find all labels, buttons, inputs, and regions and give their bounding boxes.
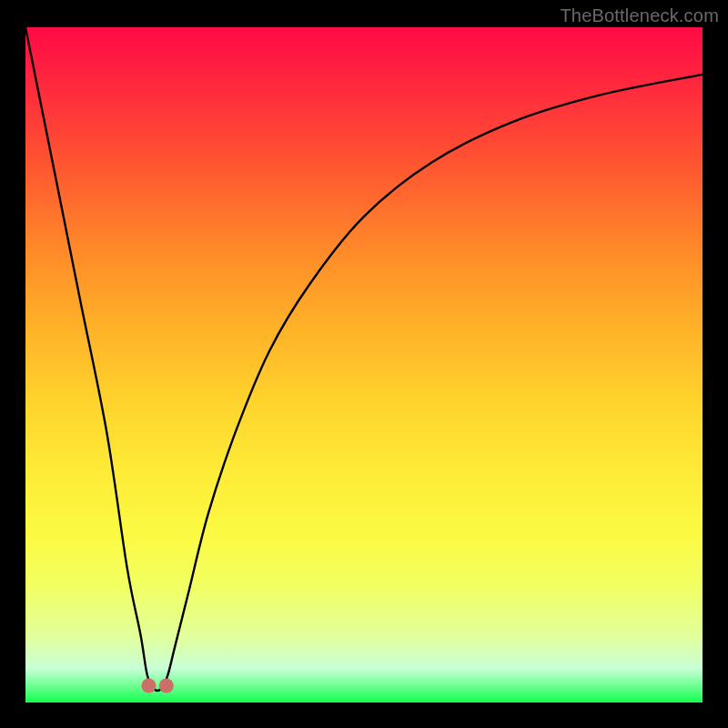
chart-frame: TheBottleneck.com bbox=[0, 0, 728, 728]
curve-min-marker bbox=[159, 679, 174, 693]
chart-plot-area bbox=[25, 27, 703, 703]
bottleneck-curve bbox=[25, 27, 703, 691]
bottleneck-curve-svg bbox=[25, 27, 703, 703]
curve-min-marker bbox=[141, 679, 156, 693]
watermark-text: TheBottleneck.com bbox=[560, 5, 719, 26]
